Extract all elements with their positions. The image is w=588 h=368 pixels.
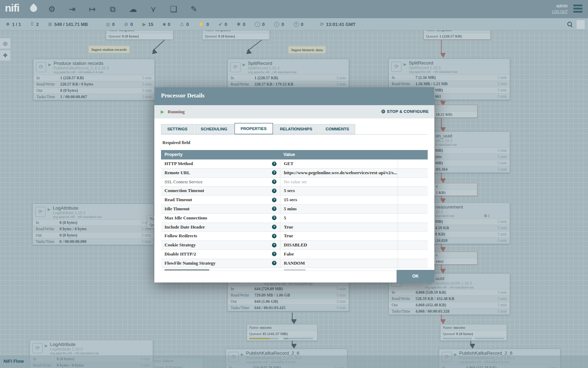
table-row[interactable]: Max Idle Connections?5 xyxy=(161,214,428,223)
stat-label: In xyxy=(231,286,234,292)
tab-properties[interactable]: PROPERTIES xyxy=(234,123,273,134)
disabled-count: 0 xyxy=(206,22,209,27)
connection-queued: 0 (0 bytes) xyxy=(122,34,139,38)
table-row[interactable]: HTTP Method?GET xyxy=(161,159,428,169)
stop-and-configure-button[interactable]: ⚙STOP & CONFIGURE xyxy=(381,109,429,114)
connection-label-fragment[interactable]: 18.21 KB) xyxy=(433,105,477,118)
help-icon[interactable]: ? xyxy=(272,225,276,229)
table-row[interactable]: Follow Redirects?True xyxy=(161,232,428,241)
invalid-count: 0 xyxy=(186,22,189,27)
connection-label-fragment[interactable]: Na Qu xyxy=(147,215,155,228)
table-row[interactable]: Cookie Strategy?DISABLED xyxy=(161,241,428,250)
connection-queued-label: Queued xyxy=(443,332,455,336)
stat-label: Read/Write xyxy=(392,296,410,301)
nifi-logo: nifi xyxy=(5,2,19,14)
up-to-date-icon: ✔ xyxy=(218,21,223,27)
help-icon[interactable]: ? xyxy=(272,189,276,193)
table-row[interactable]: FlowFile Naming Strategy?RANDOM xyxy=(161,259,428,268)
help-icon[interactable]: ? xyxy=(272,252,276,256)
table-row[interactable]: Idle Timeout?5 mins xyxy=(161,205,428,214)
stat-label: In xyxy=(36,220,39,225)
stat-window: 5 min xyxy=(497,94,507,99)
tab-settings[interactable]: SETTINGS xyxy=(161,124,194,134)
total-queued: 549 / 141.71 MB xyxy=(54,22,88,27)
processor-bundle-fragment: fi-standard-nar xyxy=(435,143,457,146)
template-icon[interactable]: ❏ xyxy=(167,3,180,15)
table-row[interactable]: Remote URL?https://www.pegelonline.wsv.d… xyxy=(161,169,428,178)
processor-icon: ⟳ xyxy=(35,207,46,217)
birdseye-toggle-icon[interactable] xyxy=(576,20,585,29)
not-transmitting-count: 0 xyxy=(130,22,133,27)
help-icon[interactable]: ? xyxy=(272,170,276,175)
label-icon[interactable]: ✎ xyxy=(188,3,200,15)
processor-title: LogAttribute xyxy=(50,342,76,347)
processor-card[interactable]: ⟳ ▶ Produce station records PublishKafka… xyxy=(33,59,155,100)
stat-window: 5 min xyxy=(141,232,151,238)
stat-window: 5 min xyxy=(497,296,507,301)
operate-palette-button[interactable]: ✥ xyxy=(0,50,11,61)
help-icon[interactable]: ? xyxy=(272,206,276,211)
queue-percent-bars xyxy=(441,337,506,340)
connection-name-label: Na xyxy=(149,216,154,220)
connection-name: success xyxy=(453,325,465,329)
remote-process-group-icon[interactable]: ☁ xyxy=(127,3,139,15)
funnel-icon[interactable]: ⋎ xyxy=(147,3,160,15)
table-row[interactable]: Include Date Header?True xyxy=(161,223,428,232)
help-icon[interactable]: ? xyxy=(272,198,276,202)
connection-label-fragment[interactable]: d 5 KB) xyxy=(433,183,477,196)
processor-card[interactable]: ⟳ ▶ LogAttribute LogAttribute 1.16.3 org… xyxy=(33,204,154,245)
help-icon[interactable]: ? xyxy=(272,162,276,166)
running-status-icon: ▶ xyxy=(161,109,164,114)
table-row[interactable]: SSL Context Service?No value set xyxy=(161,178,428,187)
not-transmitting-icon: ⊘ xyxy=(124,21,128,27)
stat-label: In xyxy=(36,75,40,81)
table-row[interactable]: Read Timeout?15 secs xyxy=(161,196,428,205)
stat-value: 4,068 / 00:00:05.328 xyxy=(415,308,449,314)
input-port-icon[interactable]: ⇥ xyxy=(66,3,78,15)
process-group-icon[interactable]: ⧉ xyxy=(106,3,119,15)
tab-relationships[interactable]: RELATIONSHIPS xyxy=(274,124,318,134)
processor-type: LogAttribute 1.16.3 xyxy=(50,347,83,351)
connection-label[interactable]: Namesuccess Queued85 (141.37 MB) xyxy=(247,324,317,341)
breadcrumb[interactable]: NiFi Flow xyxy=(4,359,24,364)
tab-comments[interactable]: COMMENTS xyxy=(319,124,355,134)
help-icon[interactable]: ? xyxy=(272,179,276,184)
table-header: Property Value xyxy=(161,150,428,159)
help-icon[interactable]: ? xyxy=(272,261,276,265)
output-port-icon[interactable]: ↦ xyxy=(86,3,99,15)
running-icon: ▶ xyxy=(142,21,146,27)
help-icon[interactable]: ? xyxy=(272,234,276,238)
help-icon[interactable]: ? xyxy=(272,243,276,247)
connection-label-fragment[interactable]: e ytes) xyxy=(433,252,477,265)
stat-label: In xyxy=(392,289,395,295)
processor-icon[interactable]: ⚙ xyxy=(46,3,58,15)
processor-details-dialog: Processor Details ▶ Running ⚙STOP & CONF… xyxy=(154,87,434,282)
running-count: 15 xyxy=(148,22,153,27)
queued-icon: ≣ xyxy=(48,21,52,27)
connection-name-fragment: d xyxy=(436,184,438,188)
stat-window: 5 min xyxy=(141,239,151,244)
connection-label[interactable]: Namesuccess Queued0 (0 bytes) xyxy=(440,324,507,341)
stat-label: In xyxy=(231,75,234,81)
stat-window: 5 min xyxy=(497,231,507,237)
ok-button[interactable]: OK xyxy=(397,270,434,282)
navigate-palette-button[interactable]: ◎ xyxy=(0,38,11,49)
logout-link[interactable]: LOG OUT xyxy=(552,10,568,14)
search-icon[interactable] xyxy=(567,22,572,26)
processor-type: LogAttribute 1.16.3 xyxy=(53,211,85,215)
processor-icon: ⟳ xyxy=(33,343,43,353)
processor-title: SplitRecord xyxy=(409,60,433,66)
stat-value-fragment: 9 KB) xyxy=(435,231,445,237)
table-row[interactable]: Disable HTTP/2?False xyxy=(161,250,428,259)
run-status-icon: ▶ xyxy=(45,343,48,348)
table-row[interactable]: Connection Timeout?5 secs xyxy=(161,186,428,196)
column-property: Property xyxy=(161,150,280,159)
refresh-icon[interactable]: ⟳ xyxy=(320,21,324,27)
status-bar: ❖1 / 1 ⠿2 ≣549 / 141.71 MB ◎0 ⊘0 ▶15 ■0 … xyxy=(0,18,588,30)
tab-scheduling[interactable]: SCHEDULING xyxy=(195,124,234,134)
global-menu-icon[interactable] xyxy=(573,5,582,14)
canvas-label[interactable]: Ingest station records xyxy=(88,46,130,53)
canvas-label[interactable]: Ingest historic data xyxy=(288,46,326,54)
connection-queued: 85 (141.37 MB) xyxy=(262,332,288,336)
help-icon[interactable]: ? xyxy=(272,216,276,220)
